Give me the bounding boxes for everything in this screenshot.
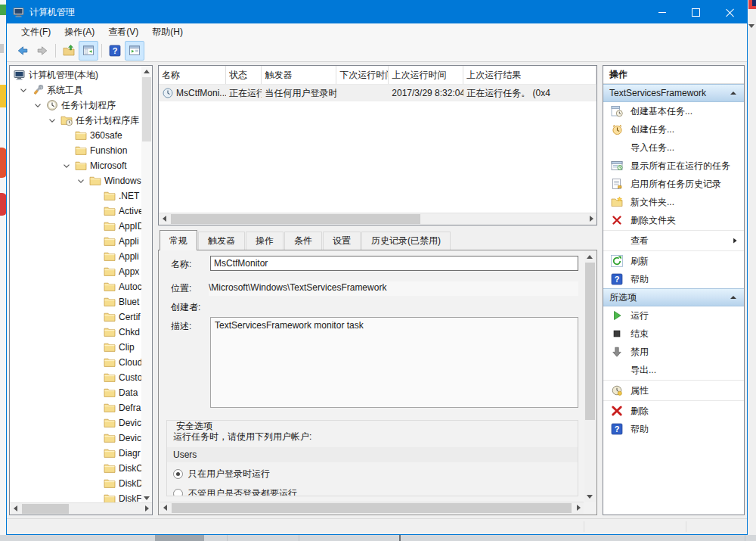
- actions-section-header[interactable]: 所选项: [603, 288, 744, 306]
- tree-item[interactable]: Devic: [10, 431, 141, 446]
- tab-历史记录(已禁用)[interactable]: 历史记录(已禁用): [361, 232, 451, 250]
- action-item[interactable]: 运行: [603, 306, 744, 325]
- tree-item[interactable]: Appli: [10, 249, 141, 264]
- close-button[interactable]: [713, 1, 747, 23]
- tree-item[interactable]: 任务计划程序: [10, 98, 141, 113]
- help-button[interactable]: ?: [105, 41, 125, 61]
- scroll-right-button[interactable]: [586, 213, 596, 224]
- scroll-left-button[interactable]: [10, 503, 20, 514]
- action-item[interactable]: 创建基本任务...: [603, 102, 744, 120]
- action-item[interactable]: 删除文件夹: [603, 211, 744, 229]
- name-field[interactable]: MsCtfMonitor: [210, 256, 578, 271]
- export-list-button[interactable]: [59, 41, 79, 61]
- tree-item[interactable]: Microsoft: [10, 158, 141, 173]
- tree-item[interactable]: 360safe: [10, 128, 141, 143]
- column-header[interactable]: 上次运行时间: [389, 66, 463, 84]
- tree-item[interactable]: 任务计划程序库: [10, 113, 141, 128]
- tree-item[interactable]: DiskC: [10, 461, 141, 476]
- chevron-expanded-icon[interactable]: [61, 160, 75, 172]
- console-tree-button[interactable]: [79, 41, 98, 61]
- action-item[interactable]: ?帮助: [603, 270, 744, 288]
- tree-item[interactable]: DiskD: [10, 476, 141, 491]
- collapse-arrow-icon[interactable]: [727, 87, 739, 99]
- tree-item[interactable]: Diagr: [10, 446, 141, 461]
- action-item[interactable]: 新文件夹...: [603, 193, 744, 211]
- chevron-expanded-icon[interactable]: [47, 114, 60, 126]
- content-horizontal-scrollbar[interactable]: [160, 502, 584, 514]
- tab-操作[interactable]: 操作: [246, 232, 284, 250]
- action-item[interactable]: 查看: [603, 232, 744, 250]
- column-header[interactable]: 上次运行结果: [463, 66, 596, 84]
- tree-item[interactable]: DiskF: [10, 491, 141, 503]
- maximize-button[interactable]: [679, 1, 713, 23]
- menu-item-帮[interactable]: 帮助(H): [145, 23, 190, 40]
- tree-item[interactable]: 系统工具: [10, 82, 141, 98]
- tree-item[interactable]: Certif: [10, 309, 141, 325]
- scroll-left-button[interactable]: [160, 502, 170, 513]
- radio-run-when-logged-on[interactable]: [173, 469, 183, 479]
- action-item[interactable]: 属性: [603, 381, 744, 400]
- scroll-right-button[interactable]: [141, 503, 152, 514]
- action-pane-button[interactable]: [125, 41, 144, 61]
- tree-item[interactable]: Devic: [10, 415, 141, 431]
- chevron-expanded-icon[interactable]: [18, 84, 32, 96]
- column-header[interactable]: 状态: [226, 66, 262, 84]
- action-item[interactable]: 启用所有任务历史记录: [603, 175, 744, 193]
- menu-item-文[interactable]: 文件(F): [14, 23, 57, 40]
- tree-item[interactable]: Active: [10, 204, 141, 219]
- title-bar[interactable]: 计算机管理: [7, 1, 747, 23]
- tree-item[interactable]: AppID: [10, 219, 141, 234]
- tree-item[interactable]: Cloud: [10, 355, 141, 370]
- scroll-right-button[interactable]: [573, 502, 584, 513]
- action-item[interactable]: 刷新: [603, 252, 744, 270]
- action-item[interactable]: 导出...: [603, 361, 744, 379]
- tree-item[interactable]: Defra: [10, 400, 141, 415]
- tree-item[interactable]: Funshion: [10, 143, 141, 158]
- collapse-arrow-icon[interactable]: [727, 291, 739, 303]
- task-list-row[interactable]: MsCtfMoni...正在运行当任何用户登录时2017/3/29 8:32:0…: [159, 85, 596, 101]
- tree-item[interactable]: Autoc: [10, 279, 141, 294]
- tree-item[interactable]: Chkd: [10, 325, 141, 340]
- action-item[interactable]: 删除: [603, 402, 744, 420]
- chevron-expanded-icon[interactable]: [33, 99, 46, 111]
- tab-条件[interactable]: 条件: [284, 232, 322, 250]
- tree-item[interactable]: Appx: [10, 264, 141, 279]
- action-item[interactable]: ?帮助: [603, 420, 744, 438]
- tree-item[interactable]: 计算机管理(本地): [10, 67, 141, 82]
- radio-run-whether-logged-on[interactable]: [173, 489, 183, 496]
- tree-item[interactable]: Bluet: [10, 294, 141, 309]
- scrollbar-thumb[interactable]: [172, 503, 572, 513]
- tree-vertical-scrollbar[interactable]: [141, 66, 152, 503]
- back-button[interactable]: [13, 41, 33, 61]
- action-item[interactable]: 结束: [603, 325, 744, 343]
- tree-item[interactable]: .NET: [10, 188, 141, 204]
- scroll-left-button[interactable]: [159, 213, 169, 224]
- tree-item[interactable]: Clip: [10, 340, 141, 355]
- forward-button[interactable]: [33, 41, 52, 61]
- scrollbar-thumb[interactable]: [585, 263, 595, 420]
- actions-section-header[interactable]: TextServicesFramework: [603, 84, 744, 102]
- chevron-expanded-icon[interactable]: [76, 175, 89, 187]
- column-header[interactable]: 下次运行时间: [336, 66, 389, 84]
- menu-item-查[interactable]: 查看(V): [101, 23, 145, 40]
- action-item[interactable]: 导入任务...: [603, 138, 744, 157]
- action-item[interactable]: 创建任务...: [603, 120, 744, 138]
- column-header[interactable]: 触发器: [262, 66, 336, 84]
- column-header[interactable]: 名称: [159, 66, 226, 84]
- scroll-down-button[interactable]: [584, 491, 595, 502]
- scrollbar-thumb[interactable]: [171, 214, 420, 224]
- tree-item[interactable]: Windows: [10, 173, 141, 188]
- scroll-up-button[interactable]: [584, 251, 595, 262]
- description-field[interactable]: TextServicesFramework monitor task: [210, 317, 578, 408]
- tab-常规[interactable]: 常规: [160, 230, 197, 250]
- scrollbar-thumb[interactable]: [142, 77, 151, 141]
- tab-触发器[interactable]: 触发器: [198, 232, 245, 250]
- action-item[interactable]: 禁用: [603, 343, 744, 361]
- tree-item[interactable]: Data: [10, 385, 141, 400]
- scroll-up-button[interactable]: [141, 66, 152, 76]
- content-vertical-scrollbar[interactable]: [584, 251, 596, 502]
- tree-horizontal-scrollbar[interactable]: [10, 502, 152, 515]
- minimize-button[interactable]: [645, 1, 679, 23]
- action-item[interactable]: 显示所有正在运行的任务: [603, 157, 744, 175]
- list-horizontal-scrollbar[interactable]: [159, 213, 596, 225]
